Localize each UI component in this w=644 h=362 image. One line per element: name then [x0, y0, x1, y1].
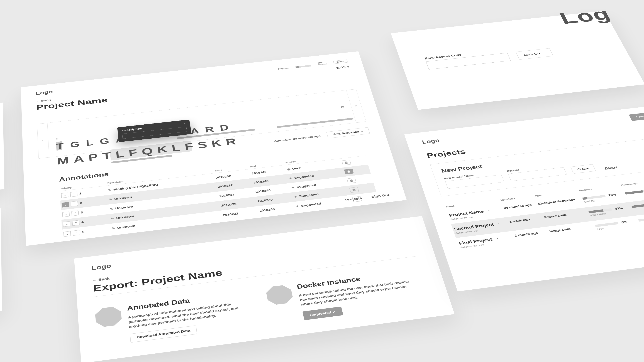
sparkle-icon: ✦ — [296, 205, 300, 208]
cancel-link[interactable]: Cancel — [604, 166, 618, 170]
new-project-button[interactable]: + New Project — [629, 111, 644, 121]
priority-up-button[interactable]: ⌃ — [72, 220, 80, 226]
priority-up-button[interactable]: ⌃ — [73, 230, 80, 236]
delete-annotation-button[interactable]: 🗑 — [347, 178, 356, 184]
logo-large: Log — [556, 5, 614, 28]
priority-value: 1 — [79, 192, 82, 195]
annotated-data-icon — [95, 306, 122, 328]
create-button[interactable]: Create — [570, 164, 596, 174]
annotation-source: Suggested — [296, 183, 316, 189]
progress-bar — [295, 65, 312, 68]
annotation-underline — [277, 118, 354, 128]
background-wireframe-fragment — [0, 208, 2, 325]
ruler-tick: 10 — [56, 137, 59, 140]
priority-down-button[interactable]: ⌄ — [63, 221, 70, 227]
priority-down-button[interactable]: ⌄ — [62, 202, 69, 208]
annotation-desc: Unknown — [117, 224, 136, 229]
annotation-source: Suggested — [298, 193, 319, 198]
download-annotated-data-button[interactable]: Download Annotated Data — [130, 325, 197, 343]
progress-label: Progress — [278, 67, 289, 70]
confidence-bar — [631, 203, 644, 208]
pencil-icon[interactable]: ✎ — [110, 207, 114, 211]
annotation-desc: Unknown — [116, 215, 134, 220]
export-wireframe: Logo ← Back Export: Project Name Annotat… — [74, 216, 454, 362]
source-panel-fragment: Next Image → Source ◉ User 🗑✦ Suggested … — [0, 102, 4, 200]
landing-wireframe: Log Early Access Code Let's Go → — [391, 11, 644, 110]
logo: Logo — [91, 263, 112, 271]
annotation-source: Suggested — [301, 202, 322, 207]
priority-value: 3 — [80, 211, 83, 214]
pencil-icon[interactable]: ✎ — [112, 227, 116, 230]
annotation-desc: Unknown — [114, 196, 132, 201]
requested-button: Requested ✓ — [302, 307, 343, 320]
priority-down-button[interactable]: ⌄ — [63, 231, 71, 237]
pencil-icon[interactable]: ✎ — [108, 188, 112, 192]
confidence-bar — [638, 217, 644, 222]
annotation-desc: Unknown — [115, 205, 133, 210]
docker-instance-icon — [265, 284, 294, 306]
logo: Logo — [421, 138, 440, 145]
sparkle-icon: ✦ — [294, 195, 297, 198]
confidence-bar — [625, 190, 644, 195]
priority-value: 5 — [82, 230, 84, 234]
sparkle-icon: ✦ — [289, 177, 293, 180]
delete-annotation-button[interactable]: 🗑 — [349, 187, 359, 193]
ruler-tick: 20 — [340, 106, 344, 108]
progress-percent: 20% — [608, 193, 617, 197]
priority-up-button[interactable]: ⌃ — [72, 210, 79, 216]
editor-wireframe: Logo Progress 20% 100 / 500 Export ← Bac… — [21, 51, 406, 246]
lets-go-button[interactable]: Let's Go → — [516, 48, 554, 60]
priority-up-button[interactable]: ⌃ — [70, 191, 78, 197]
delete-annotation-button[interactable]: 🗑 — [342, 160, 351, 165]
priority-value: 4 — [82, 220, 84, 224]
priority-up-button[interactable]: ⌃ — [71, 201, 78, 206]
chevron-down-icon: ⌄ — [559, 170, 562, 173]
progress-percent: 63% — [614, 206, 624, 210]
priority-down-button[interactable]: ⌄ — [62, 212, 70, 217]
avatar-icon: ◉ — [287, 168, 291, 171]
export-button[interactable]: Export — [333, 59, 348, 64]
sparkle-icon: ✦ — [291, 186, 295, 189]
pencil-icon[interactable]: ✎ — [109, 198, 112, 201]
projects-wireframe: Logo + New Project Projects New Project … — [404, 105, 644, 292]
delete-annotation-button[interactable]: 🗑 — [344, 169, 354, 174]
progress-percent: 0% — [621, 220, 628, 224]
logo: Logo — [36, 89, 53, 96]
annotation-source: User — [292, 166, 301, 170]
priority-down-button[interactable]: ⌄ — [61, 193, 68, 198]
pencil-icon[interactable]: ✎ — [111, 217, 114, 220]
next-sequence-button[interactable]: Next Sequence → — [326, 127, 370, 139]
seq-prev-button[interactable]: ‹ — [37, 123, 49, 159]
annotation-source: Suggested — [294, 174, 314, 179]
autosave-status: Autosave: 30 seconds ago — [274, 135, 321, 143]
priority-value: 2 — [80, 201, 82, 205]
